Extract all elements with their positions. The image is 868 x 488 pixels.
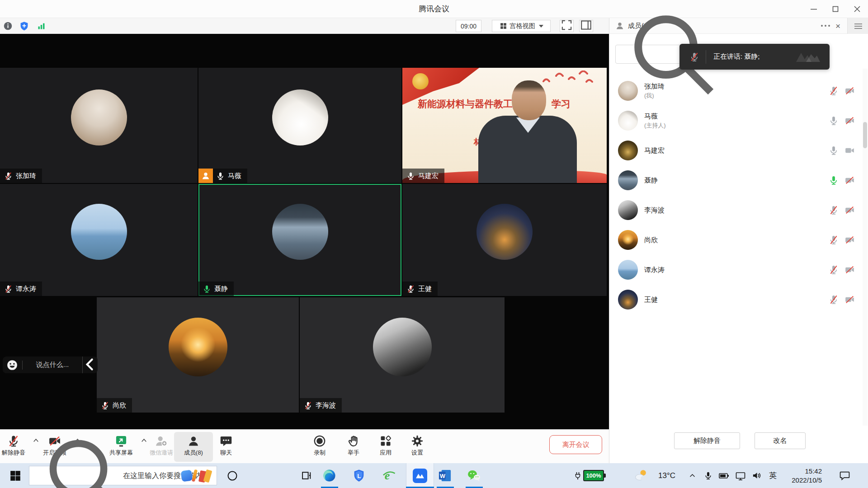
tray-display-icon[interactable] bbox=[733, 463, 748, 488]
taskbar: L e W 100% 13°C 英 15:42 2022/10/5 bbox=[0, 463, 868, 488]
leave-meeting-button[interactable]: 离开会议 bbox=[549, 435, 602, 454]
member-row[interactable]: 马建宏 bbox=[609, 136, 863, 165]
member-row[interactable]: 李海波 bbox=[609, 195, 863, 225]
control-mic-muted[interactable]: 解除静音 bbox=[0, 432, 33, 462]
tray-expand-chevron[interactable] bbox=[685, 463, 699, 488]
member-row[interactable]: 王健 bbox=[609, 285, 863, 314]
network-signal-icon[interactable] bbox=[37, 21, 46, 31]
temperature-readout[interactable]: 13°C bbox=[653, 463, 680, 488]
panel-scrollbar[interactable] bbox=[863, 69, 868, 426]
word-icon[interactable]: W bbox=[435, 463, 455, 488]
fullscreen-button[interactable] bbox=[560, 20, 574, 32]
camera-status-icon[interactable] bbox=[844, 205, 855, 215]
camera-status-icon[interactable] bbox=[844, 116, 855, 126]
close-panel-button[interactable]: × bbox=[835, 22, 840, 30]
collapse-chat-button[interactable] bbox=[82, 357, 98, 373]
member-name: 马薇 bbox=[644, 112, 666, 121]
participant-label: 马薇 bbox=[198, 169, 247, 183]
pc-manager-icon[interactable]: L bbox=[349, 463, 369, 488]
control-gear[interactable]: 设置 bbox=[398, 432, 437, 462]
participant-label: 聂静 bbox=[198, 282, 234, 296]
mic-status-icon[interactable] bbox=[829, 175, 839, 185]
mic-status-icon[interactable] bbox=[829, 116, 839, 126]
rename-button[interactable]: 改名 bbox=[755, 432, 806, 449]
mic-status-icon[interactable] bbox=[829, 205, 839, 215]
participant-name: 王健 bbox=[418, 285, 432, 293]
camera-status-icon[interactable] bbox=[844, 235, 855, 245]
more-options-button[interactable] bbox=[821, 25, 830, 27]
mic-status-icon[interactable] bbox=[829, 235, 839, 245]
meeting-info-icon[interactable] bbox=[3, 21, 13, 31]
window-title: 腾讯会议 bbox=[419, 4, 449, 14]
camera-status-icon[interactable] bbox=[844, 86, 855, 96]
member-row[interactable]: 聂静 bbox=[609, 165, 863, 195]
mic-status-icon[interactable] bbox=[829, 295, 839, 305]
member-row[interactable]: 谭永涛 bbox=[609, 255, 863, 285]
mic-status-icon[interactable] bbox=[829, 145, 839, 155]
panel-menu-button[interactable] bbox=[847, 18, 868, 34]
avatar bbox=[618, 230, 638, 250]
member-row[interactable]: 张加琦 (我) bbox=[609, 76, 863, 106]
participant-name: 尚欣 bbox=[113, 401, 126, 410]
mic-status-icon bbox=[4, 285, 13, 293]
participant-name: 聂静 bbox=[214, 285, 228, 293]
video-tile[interactable]: 尚欣 bbox=[97, 297, 299, 413]
participant-name: 李海波 bbox=[316, 401, 336, 410]
video-tile[interactable]: 王健 bbox=[402, 184, 607, 296]
participant-name: 马薇 bbox=[228, 172, 241, 180]
close-button[interactable] bbox=[846, 0, 868, 18]
minimize-button[interactable] bbox=[803, 0, 825, 18]
video-tile[interactable]: 马薇 bbox=[198, 68, 401, 183]
video-tile[interactable]: 聂静 bbox=[198, 184, 401, 296]
edge-browser-icon[interactable] bbox=[319, 463, 339, 488]
battery-indicator[interactable]: 100% bbox=[583, 470, 604, 481]
power-plug-icon[interactable] bbox=[572, 463, 583, 488]
tencent-meeting-icon[interactable] bbox=[410, 463, 430, 488]
avatar bbox=[373, 318, 432, 376]
video-tile[interactable]: 谭永涛 bbox=[0, 184, 198, 296]
quick-chat-pill[interactable]: 说点什么... bbox=[3, 357, 98, 373]
action-center-button[interactable] bbox=[835, 463, 854, 488]
wechat-icon[interactable] bbox=[464, 463, 484, 488]
unmute-button[interactable]: 解除静音 bbox=[674, 432, 740, 449]
video-tile[interactable]: 新能源材料与器件教工学习 材料与新能源学 2022 马建宏 bbox=[402, 68, 607, 183]
view-mode-dropdown[interactable]: 宫格视图 bbox=[492, 20, 551, 32]
windows-start-button[interactable] bbox=[6, 463, 24, 488]
search-art-decoration bbox=[180, 469, 212, 483]
emoji-smiley-icon[interactable] bbox=[6, 359, 18, 371]
camera-status-icon[interactable] bbox=[844, 175, 855, 185]
sidebar-toggle-button[interactable] bbox=[579, 20, 593, 32]
scrollbar-thumb[interactable] bbox=[863, 122, 867, 148]
avatar bbox=[618, 111, 638, 131]
input-language-indicator[interactable]: 英 bbox=[766, 463, 780, 488]
tray-mic-icon[interactable] bbox=[702, 463, 714, 488]
avatar bbox=[618, 200, 638, 220]
camera-status-icon[interactable] bbox=[844, 265, 855, 275]
taskbar-clock[interactable]: 15:42 2022/10/5 bbox=[782, 467, 822, 485]
task-view-button[interactable] bbox=[297, 463, 316, 488]
chat-placeholder[interactable]: 说点什么... bbox=[23, 361, 82, 369]
video-tile[interactable]: 李海波 bbox=[300, 297, 505, 413]
camera-status-icon[interactable] bbox=[844, 295, 855, 305]
taskbar-search-box[interactable] bbox=[29, 466, 217, 485]
mic-status-icon[interactable] bbox=[829, 265, 839, 275]
members-icon bbox=[187, 435, 200, 447]
participant-name: 谭永涛 bbox=[16, 285, 36, 293]
maximize-button[interactable] bbox=[825, 0, 846, 18]
video-tile[interactable]: 张加琦 bbox=[0, 68, 198, 183]
meeting-toolbar: 09:00 宫格视图 bbox=[0, 18, 609, 34]
tray-battery-icon[interactable] bbox=[717, 463, 731, 488]
member-row[interactable]: 马薇 (主持人) bbox=[609, 106, 863, 136]
member-row[interactable]: 尚欣 bbox=[609, 225, 863, 255]
mic-status-icon[interactable] bbox=[829, 86, 839, 96]
control-record[interactable]: 录制 bbox=[300, 432, 339, 462]
member-subtitle: (我) bbox=[644, 92, 665, 100]
security-shield-icon[interactable] bbox=[19, 21, 29, 31]
ie-browser-icon[interactable]: e bbox=[379, 463, 399, 488]
cortana-button[interactable] bbox=[223, 463, 241, 488]
camera-status-icon[interactable] bbox=[844, 145, 855, 155]
control-chat[interactable]: 聊天 bbox=[207, 432, 245, 462]
weather-icon[interactable] bbox=[632, 463, 650, 488]
tray-volume-icon[interactable] bbox=[750, 463, 764, 488]
participant-name: 马建宏 bbox=[418, 172, 439, 180]
